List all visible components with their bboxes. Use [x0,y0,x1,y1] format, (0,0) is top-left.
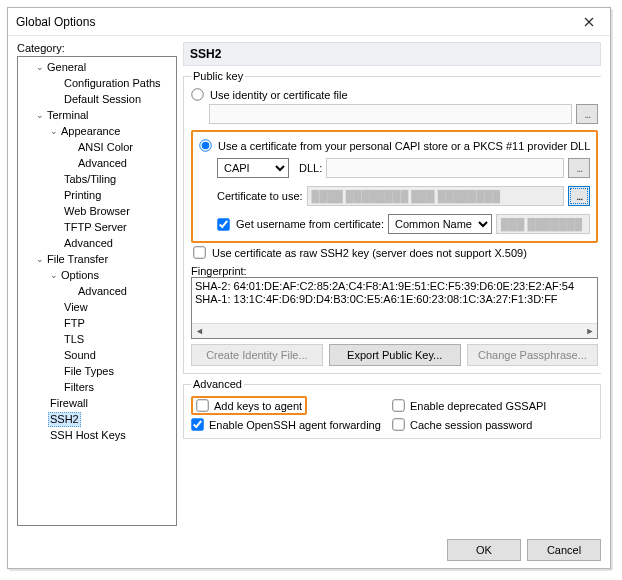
certificate-display: ████ ████████ ███ ████████ [307,186,565,206]
global-options-dialog: Global Options Category: ⌄General Config… [7,7,611,569]
scroll-right-icon[interactable]: ► [582,324,597,339]
tree-item-terminal-advanced[interactable]: Advanced [18,235,176,251]
tree-item-firewall[interactable]: Firewall [18,395,176,411]
fingerprint-label: Fingerprint: [191,265,247,277]
ok-button[interactable]: OK [447,539,521,561]
cert-to-use-label: Certificate to use: [217,190,303,202]
close-button[interactable] [569,8,609,35]
advanced-group: Advanced Add keys to agent Enable deprec… [183,378,601,439]
cache-password-checkbox[interactable]: Cache session password [392,418,593,431]
tree-item-appearance[interactable]: ⌄Appearance [18,123,176,139]
tree-item-ansi-color[interactable]: ANSI Color [18,139,176,155]
enable-gssapi-checkbox[interactable]: Enable deprecated GSSAPI [392,396,593,415]
change-passphrase-button: Change Passphrase... [467,344,599,366]
tree-item-file-transfer[interactable]: ⌄File Transfer [18,251,176,267]
tree-item-ftp[interactable]: FTP [18,315,176,331]
cancel-button[interactable]: Cancel [527,539,601,561]
scroll-left-icon[interactable]: ◄ [192,324,207,339]
tree-item-ssh2[interactable]: SSH2 [18,411,176,427]
username-field-select[interactable]: Common Name [388,214,492,234]
public-key-legend: Public key [191,70,245,82]
panel-heading: SSH2 [183,42,601,66]
add-keys-checkbox[interactable]: Add keys to agent [196,399,302,412]
create-identity-button: Create Identity File... [191,344,323,366]
chevron-down-icon: ⌄ [34,62,45,72]
horizontal-scrollbar[interactable]: ◄ ► [192,323,597,338]
fingerprint-box[interactable]: SHA-2: 64:01:DE:AF:C2:85:2A:C4:F8:A1:9E:… [191,277,598,339]
dialog-footer: OK Cancel [8,532,610,568]
titlebar: Global Options [8,8,610,36]
username-display: ███ ███████ [496,214,590,234]
tree-item-tftp-server[interactable]: TFTP Server [18,219,176,235]
tree-item-options-advanced[interactable]: Advanced [18,283,176,299]
dll-label: DLL: [299,162,322,174]
tree-item-config-paths[interactable]: Configuration Paths [18,75,176,91]
tree-item-terminal[interactable]: ⌄Terminal [18,107,176,123]
tree-item-file-types[interactable]: File Types [18,363,176,379]
radio-capi-store[interactable]: Use a certificate from your personal CAP… [199,139,590,152]
export-public-key-button[interactable]: Export Public Key... [329,344,461,366]
window-title: Global Options [16,15,569,29]
tree-item-view[interactable]: View [18,299,176,315]
browse-identity-button: ... [576,104,598,124]
tree-item-filters[interactable]: Filters [18,379,176,395]
tree-item-general[interactable]: ⌄General [18,59,176,75]
dll-path-input [326,158,564,178]
close-icon [584,17,594,27]
chevron-down-icon: ⌄ [48,270,59,280]
tree-item-options[interactable]: ⌄Options [18,267,176,283]
tree-item-appearance-advanced[interactable]: Advanced [18,155,176,171]
tree-item-web-browser[interactable]: Web Browser [18,203,176,219]
raw-ssh2-checkbox[interactable]: Use certificate as raw SSH2 key (server … [193,246,598,259]
radio-identity-file[interactable]: Use identity or certificate file [191,88,598,101]
category-tree[interactable]: ⌄General Configuration Paths Default Ses… [17,56,177,526]
provider-select[interactable]: CAPI [217,158,289,178]
identity-file-input [209,104,572,124]
enable-forwarding-checkbox[interactable]: Enable OpenSSH agent forwarding [191,418,392,431]
capi-highlight: Use a certificate from your personal CAP… [191,130,598,243]
browse-certificate-button[interactable]: ... [568,186,590,206]
chevron-down-icon: ⌄ [34,254,45,264]
tree-item-sound[interactable]: Sound [18,347,176,363]
browse-dll-button: ... [568,158,590,178]
get-username-checkbox[interactable]: Get username from certificate: [217,218,384,231]
chevron-down-icon: ⌄ [48,126,59,136]
fingerprint-sha2: SHA-2: 64:01:DE:AF:C2:85:2A:C4:F8:A1:9E:… [195,280,594,293]
tree-item-ssh-host-keys[interactable]: SSH Host Keys [18,427,176,443]
advanced-legend: Advanced [191,378,244,390]
tree-item-tls[interactable]: TLS [18,331,176,347]
fingerprint-sha1: SHA-1: 13:1C:4F:D6:9D:D4:B3:0C:E5:A6:1E:… [195,293,594,306]
tree-item-tabs-tiling[interactable]: Tabs/Tiling [18,171,176,187]
category-label: Category: [17,42,177,54]
chevron-down-icon: ⌄ [34,110,45,120]
tree-item-printing[interactable]: Printing [18,187,176,203]
tree-item-default-session[interactable]: Default Session [18,91,176,107]
public-key-group: Public key Use identity or certificate f… [183,70,601,374]
